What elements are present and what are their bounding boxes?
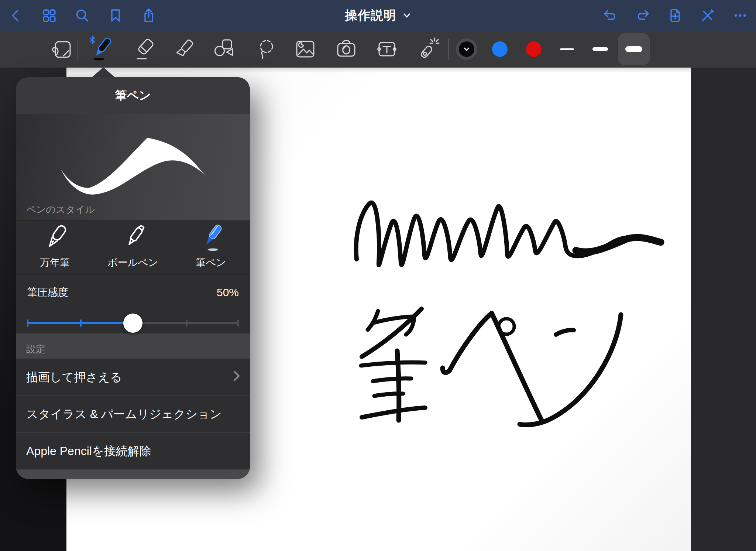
thumbnails-button[interactable] [41,7,58,24]
popover-title: 筆ペン [16,77,250,114]
slider-tick [80,319,82,327]
lasso-tool-button[interactable] [250,33,282,65]
share-button[interactable] [140,7,157,24]
fountain-pen-icon [37,221,73,255]
pen-tool-button[interactable] [85,33,116,65]
pen-style-fountain[interactable]: 万年筆 [16,221,94,274]
highlighter-icon [172,37,196,61]
chevron-right-icon [232,370,241,385]
pressure-slider[interactable] [27,316,239,331]
pen-style-label: ボールペン [107,256,158,269]
redo-icon [635,7,651,24]
highlighter-tool-button[interactable] [168,33,200,65]
bookmark-icon [107,7,124,24]
pen-style-ballpoint[interactable]: ボールペン [94,221,172,274]
slider-tick [186,319,188,327]
setting-row-disconnect-apple-pencil[interactable]: Apple Pencilを接続解除 [16,433,250,470]
slider-tick [237,319,239,327]
laser-pointer-button[interactable] [412,33,444,65]
chevron-left-icon [8,7,24,24]
more-button[interactable] [732,7,749,24]
laser-pointer-icon [415,37,440,62]
app-window: 操作説明 [0,0,756,551]
pen-style-brush[interactable]: 筆ペン [172,221,250,274]
undo-icon [602,7,618,24]
shapes-tool-button[interactable] [208,33,240,65]
drawing-toolbar [0,31,756,68]
chevron-down-icon [402,11,411,20]
text-tool-button[interactable] [371,33,403,65]
color-swatch-blue[interactable] [484,33,516,65]
document-title: 操作説明 [345,7,396,24]
share-icon [141,7,157,24]
add-page-button[interactable] [667,7,684,24]
bluetooth-pen-icon [86,35,115,63]
pressure-value: 50% [217,286,239,299]
top-navigation-bar: 操作説明 [0,0,756,31]
pencil-cross-icon [700,7,716,24]
search-icon [74,7,90,24]
eraser-tool-button[interactable] [129,33,161,65]
pressure-label: 筆圧感度 [27,285,68,300]
red-color-swatch [526,41,542,57]
grid-icon [41,7,57,24]
toolbar-shadow [66,68,691,73]
redo-button[interactable] [634,7,651,24]
popover-footer [16,470,250,479]
setting-row-stylus-palm-rejection[interactable]: スタイラス & パームリジェクション [16,396,250,433]
stroke-medium-button[interactable] [584,33,616,65]
setting-label: Apple Pencilを接続解除 [26,443,151,459]
pen-style-label: 筆ペン [196,256,226,269]
color-swatch-red[interactable] [518,33,550,65]
stroke-preview: ペンのスタイル [16,114,250,221]
setting-label: 描画して押さえる [26,369,122,386]
pen-style-selector: 万年筆 ボールペン [16,221,250,275]
stroke-thin-button[interactable] [551,33,583,65]
lasso-icon [254,37,278,61]
blue-color-swatch [492,41,508,57]
back-button[interactable] [7,7,24,24]
toolbar-separator [77,39,78,60]
ellipsis-icon [732,7,748,24]
pen-style-section-label: ペンのスタイル [26,203,95,216]
setting-row-draw-and-hold[interactable]: 描画して押さえる [16,359,250,396]
search-button[interactable] [74,7,91,24]
image-icon [293,37,317,61]
image-tool-button[interactable] [289,33,321,65]
camera-icon [334,37,358,61]
pen-disable-button[interactable] [699,7,716,24]
undo-button[interactable] [602,7,619,24]
text-page-icon [49,37,73,61]
popover-arrow [92,67,115,78]
toolbar-separator [448,39,449,60]
pressure-sensitivity-section: 筆圧感度 50% [16,275,250,333]
right-gutter [691,68,756,551]
pen-style-label: 万年筆 [40,256,70,269]
slider-tick [27,319,28,327]
settings-section-label: 設定 [26,343,45,356]
bookmark-button[interactable] [107,7,124,24]
black-color-swatch [459,41,474,57]
ballpoint-pen-icon [115,221,151,255]
setting-label: スタイラス & パームリジェクション [26,406,222,422]
camera-tool-button[interactable] [330,33,362,65]
pressure-thumb[interactable] [123,314,142,333]
selected-color-ring [456,38,477,60]
chevron-down-icon [463,45,471,53]
shapes-icon [212,37,236,61]
eraser-icon [133,37,157,61]
handwriting-convert-button[interactable] [45,33,77,65]
text-icon [375,37,399,61]
color-swatch-black[interactable] [451,33,482,65]
pen-settings-popover: 筆ペン ペンのスタイル 万年筆 [16,77,250,479]
stroke-thick-button[interactable] [618,33,650,65]
add-page-icon [667,7,683,24]
brush-pen-icon-selected [193,221,228,255]
